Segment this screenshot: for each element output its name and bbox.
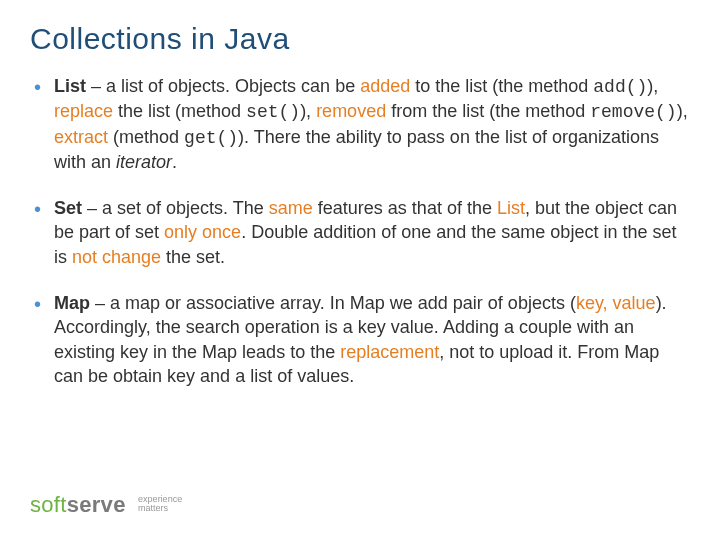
brand-logo-tag2: matters xyxy=(138,503,168,513)
bullet-list: List – a list of objects. Objects can be… xyxy=(30,74,690,174)
text-segment: – a list of objects. Objects can be xyxy=(86,76,360,96)
slide-title: Collections in Java xyxy=(30,22,690,56)
text-segment: features as that of the xyxy=(313,198,497,218)
text-segment: not change xyxy=(72,247,161,267)
text-segment: the list (method xyxy=(113,101,246,121)
bullet-set: Set – a set of objects. The same feature… xyxy=(30,196,690,269)
text-segment: Map xyxy=(54,293,90,313)
text-segment: replace xyxy=(54,101,113,121)
brand-logo-tagline: experience matters xyxy=(138,495,182,514)
bullet-list: List – a list of objects. Objects can be… xyxy=(30,74,690,388)
text-segment: replacement xyxy=(340,342,439,362)
text-segment: ), xyxy=(300,101,316,121)
text-segment: Set xyxy=(54,198,82,218)
text-segment: List xyxy=(497,198,525,218)
text-segment: to the list (the method xyxy=(410,76,593,96)
text-segment: . xyxy=(172,152,177,172)
text-segment: ), xyxy=(677,101,688,121)
text-segment: key, value xyxy=(576,293,656,313)
text-segment: add() xyxy=(593,77,647,97)
text-segment: get() xyxy=(184,128,238,148)
text-segment: same xyxy=(269,198,313,218)
text-segment: removed xyxy=(316,101,386,121)
brand-logo-text: softserve xyxy=(30,492,132,517)
slide: Collections in Java List – a list of obj… xyxy=(0,0,720,540)
text-segment: – a map or associative array. In Map we … xyxy=(90,293,576,313)
text-segment: ), xyxy=(647,76,658,96)
bullet-map: Map – a map or associative array. In Map… xyxy=(30,291,690,388)
text-segment: the set. xyxy=(161,247,225,267)
text-segment: iterator xyxy=(116,152,172,172)
text-segment: (method xyxy=(108,127,184,147)
text-segment: added xyxy=(360,76,410,96)
text-segment: List xyxy=(54,76,86,96)
text-segment: from the list (the method xyxy=(386,101,590,121)
text-segment: only once xyxy=(164,222,241,242)
brand-logo-serve: serve xyxy=(67,492,126,517)
text-segment: remove() xyxy=(590,102,676,122)
brand-logo-soft: soft xyxy=(30,492,67,517)
brand-logo: softserve experience matters xyxy=(30,492,182,518)
text-segment: extract xyxy=(54,127,108,147)
text-segment: set() xyxy=(246,102,300,122)
text-segment: – a set of objects. The xyxy=(82,198,269,218)
